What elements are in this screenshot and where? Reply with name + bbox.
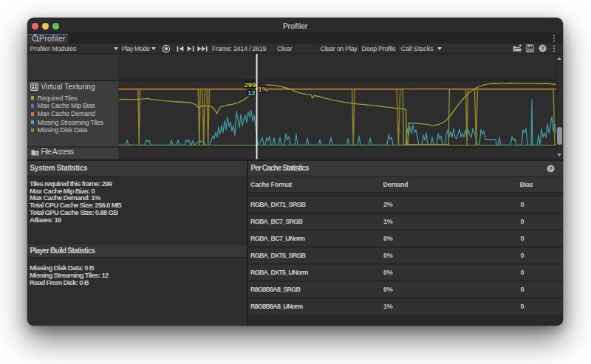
svg-text:1%: 1% bbox=[258, 85, 268, 93]
svg-text:12: 12 bbox=[247, 89, 255, 97]
svg-text:299: 299 bbox=[244, 80, 256, 89]
svg-text:?: ? bbox=[541, 45, 544, 52]
svg-text:?: ? bbox=[549, 165, 553, 172]
